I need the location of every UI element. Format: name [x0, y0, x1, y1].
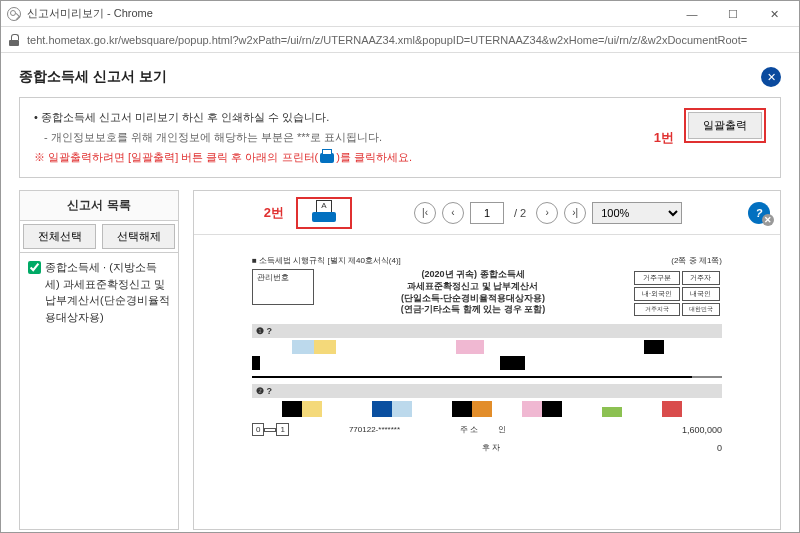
callout-2-highlight	[296, 197, 352, 229]
notice-box: 종합소득세 신고서 미리보기 하신 후 인쇄하실 수 있습니다. - 개인정보보…	[19, 97, 781, 178]
callout-1-label: 1번	[654, 126, 674, 149]
redacted-row	[252, 340, 722, 354]
close-icon[interactable]: ✕	[755, 2, 793, 26]
doc-mgmt-no: 관리번호	[252, 269, 314, 305]
globe-icon	[7, 7, 21, 21]
doc-section-1: ❶ ?	[252, 324, 722, 338]
notice-line-3: ※ 일괄출력하려면 [일괄출력] 버튼 클릭 후 아래의 프린터()를 클릭하세…	[34, 148, 654, 168]
document-viewport[interactable]: ■ 소득세법 시행규칙 [별지 제40호서식(4)] (2쪽 중 제1쪽) 관리…	[194, 235, 780, 529]
window-titlebar: 신고서미리보기 - Chrome — ☐ ✕	[1, 1, 799, 27]
callout-2-label: 2번	[264, 204, 284, 222]
url-text[interactable]: teht.hometax.go.kr/websquare/popup.html?…	[27, 34, 747, 46]
page-input[interactable]	[470, 202, 504, 224]
deselect-all-button[interactable]: 선택해제	[102, 224, 175, 249]
page-title: 종합소득세 신고서 보기	[19, 68, 167, 86]
maximize-icon[interactable]: ☐	[714, 2, 752, 26]
doc-form-ref: ■ 소득세법 시행규칙 [별지 제40호서식(4)]	[252, 255, 401, 266]
doc-meta-table: 거주구분거주자 내·외국인내국인 거주지국대한민국	[632, 269, 722, 318]
notice-line-1: 종합소득세 신고서 미리보기 하신 후 인쇄하실 수 있습니다.	[34, 108, 654, 128]
doc-data-row: 후 자 0	[252, 442, 722, 453]
notice-line-2: - 개인정보보호를 위해 개인정보에 해당하는 부분은 ***로 표시됩니다.	[44, 128, 654, 148]
minimize-icon[interactable]: —	[673, 2, 711, 26]
select-all-button[interactable]: 전체선택	[23, 224, 96, 249]
zoom-select[interactable]: 100%	[592, 202, 682, 224]
preview-toolbar: 2번 |‹ ‹ / 2 › ›| 100% ?✕	[194, 191, 780, 235]
address-bar: teht.hometax.go.kr/websquare/popup.html?…	[1, 27, 799, 53]
window-title: 신고서미리보기 - Chrome	[27, 6, 153, 21]
lock-icon	[9, 34, 21, 46]
help-icon[interactable]: ?✕	[748, 202, 770, 224]
doc-divider	[252, 376, 722, 378]
doc-section-2: ❷ ?	[252, 384, 722, 398]
page-total: / 2	[510, 207, 530, 219]
report-list-item[interactable]: 종합소득세 · (지방소득세) 과세표준확정신고 및 납부계산서(단순경비율적용…	[20, 253, 178, 331]
window-controls: — ☐ ✕	[673, 2, 793, 26]
preview-panel: 2번 |‹ ‹ / 2 › ›| 100% ?✕	[193, 190, 781, 530]
callout-1-highlight: 일괄출력	[684, 108, 766, 143]
last-page-button[interactable]: ›|	[564, 202, 586, 224]
next-page-button[interactable]: ›	[536, 202, 558, 224]
batch-print-button[interactable]: 일괄출력	[688, 112, 762, 139]
doc-data-row: 0 1 770122-******* 주 소 인 1,600,000	[252, 423, 722, 436]
doc-page-indicator: (2쪽 중 제1쪽)	[671, 255, 722, 266]
first-page-button[interactable]: |‹	[414, 202, 436, 224]
redacted-row	[252, 401, 722, 417]
report-checkbox[interactable]	[28, 261, 41, 274]
print-button[interactable]	[312, 202, 336, 224]
help-close-icon[interactable]: ✕	[762, 214, 774, 226]
document-page: ■ 소득세법 시행규칙 [별지 제40호서식(4)] (2쪽 중 제1쪽) 관리…	[252, 255, 722, 453]
doc-title: (2020년 귀속) 종합소득세 과세표준확정신고 및 납부계산서 (단일소득-…	[318, 269, 628, 318]
printer-icon	[320, 153, 334, 163]
report-list-sidebar: 신고서 목록 전체선택 선택해제 종합소득세 · (지방소득세) 과세표준확정신…	[19, 190, 179, 530]
close-button[interactable]: ✕	[761, 67, 781, 87]
prev-page-button[interactable]: ‹	[442, 202, 464, 224]
sidebar-title: 신고서 목록	[20, 191, 178, 221]
report-item-label: 종합소득세 · (지방소득세) 과세표준확정신고 및 납부계산서(단순경비율적용…	[45, 259, 170, 325]
redacted-row	[252, 356, 722, 370]
